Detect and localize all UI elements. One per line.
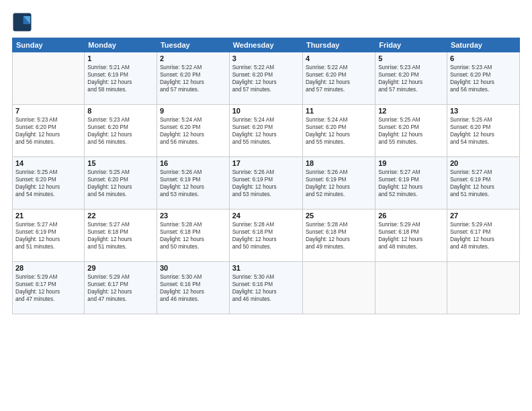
- day-number: 21: [15, 212, 81, 220]
- weekday-header: Wednesday: [229, 38, 302, 52]
- calendar-cell: 3Sunrise: 5:22 AM Sunset: 6:20 PM Daylig…: [229, 52, 302, 105]
- calendar-cell: 19Sunrise: 5:27 AM Sunset: 6:19 PM Dayli…: [375, 157, 447, 210]
- calendar-cell: 6Sunrise: 5:23 AM Sunset: 6:20 PM Daylig…: [447, 52, 519, 105]
- weekday-header: Monday: [85, 38, 157, 52]
- day-number: 2: [160, 54, 226, 62]
- calendar-cell: 12Sunrise: 5:25 AM Sunset: 6:20 PM Dayli…: [375, 105, 447, 157]
- day-info: Sunrise: 5:22 AM Sunset: 6:20 PM Dayligh…: [306, 64, 372, 93]
- day-info: Sunrise: 5:28 AM Sunset: 6:18 PM Dayligh…: [232, 221, 300, 250]
- calendar-cell: 15Sunrise: 5:25 AM Sunset: 6:20 PM Dayli…: [85, 157, 157, 210]
- calendar-cell: 25Sunrise: 5:28 AM Sunset: 6:18 PM Dayli…: [302, 210, 375, 262]
- day-info: Sunrise: 5:29 AM Sunset: 6:17 PM Dayligh…: [15, 273, 81, 303]
- day-info: Sunrise: 5:23 AM Sunset: 6:20 PM Dayligh…: [87, 116, 154, 146]
- day-number: 1: [87, 54, 154, 62]
- day-number: 14: [15, 159, 81, 167]
- calendar-cell: [302, 262, 375, 314]
- day-info: Sunrise: 5:22 AM Sunset: 6:20 PM Dayligh…: [232, 64, 300, 93]
- day-info: Sunrise: 5:23 AM Sunset: 6:20 PM Dayligh…: [15, 116, 81, 146]
- day-number: 8: [87, 107, 154, 115]
- day-info: Sunrise: 5:27 AM Sunset: 6:18 PM Dayligh…: [87, 221, 154, 250]
- weekday-header: Tuesday: [157, 38, 229, 52]
- day-number: 7: [15, 107, 81, 115]
- day-number: 23: [160, 212, 226, 220]
- weekday-header: Friday: [375, 38, 447, 52]
- calendar-cell: 31Sunrise: 5:30 AM Sunset: 6:16 PM Dayli…: [229, 262, 302, 314]
- calendar-cell: 7Sunrise: 5:23 AM Sunset: 6:20 PM Daylig…: [13, 105, 85, 157]
- day-info: Sunrise: 5:27 AM Sunset: 6:19 PM Dayligh…: [378, 169, 444, 198]
- calendar-cell: 10Sunrise: 5:24 AM Sunset: 6:20 PM Dayli…: [229, 105, 302, 157]
- calendar-cell: 13Sunrise: 5:25 AM Sunset: 6:20 PM Dayli…: [447, 105, 519, 157]
- calendar-week-row: 21Sunrise: 5:27 AM Sunset: 6:19 PM Dayli…: [13, 210, 520, 262]
- day-number: 25: [306, 212, 372, 220]
- day-info: Sunrise: 5:26 AM Sunset: 6:19 PM Dayligh…: [160, 169, 226, 198]
- day-info: Sunrise: 5:27 AM Sunset: 6:19 PM Dayligh…: [15, 221, 81, 250]
- day-number: 6: [450, 54, 517, 62]
- calendar-cell: 14Sunrise: 5:25 AM Sunset: 6:20 PM Dayli…: [13, 157, 85, 210]
- day-info: Sunrise: 5:29 AM Sunset: 6:17 PM Dayligh…: [87, 273, 154, 303]
- calendar-cell: 2Sunrise: 5:22 AM Sunset: 6:20 PM Daylig…: [157, 52, 229, 105]
- calendar-week-row: 7Sunrise: 5:23 AM Sunset: 6:20 PM Daylig…: [13, 105, 520, 157]
- calendar-cell: [375, 262, 447, 314]
- day-number: 15: [87, 159, 154, 167]
- calendar-table: SundayMondayTuesdayWednesdayThursdayFrid…: [12, 38, 520, 314]
- calendar-cell: 27Sunrise: 5:29 AM Sunset: 6:17 PM Dayli…: [447, 210, 519, 262]
- day-number: 9: [160, 107, 226, 115]
- day-info: Sunrise: 5:28 AM Sunset: 6:18 PM Dayligh…: [160, 221, 226, 250]
- day-number: 12: [378, 107, 444, 115]
- calendar-cell: 30Sunrise: 5:30 AM Sunset: 6:16 PM Dayli…: [157, 262, 229, 314]
- calendar-cell: 16Sunrise: 5:26 AM Sunset: 6:19 PM Dayli…: [157, 157, 229, 210]
- day-info: Sunrise: 5:24 AM Sunset: 6:20 PM Dayligh…: [306, 116, 372, 146]
- day-number: 3: [232, 54, 300, 62]
- day-info: Sunrise: 5:30 AM Sunset: 6:16 PM Dayligh…: [232, 273, 300, 303]
- calendar-cell: 22Sunrise: 5:27 AM Sunset: 6:18 PM Dayli…: [85, 210, 157, 262]
- weekday-header: Thursday: [302, 38, 375, 52]
- day-info: Sunrise: 5:23 AM Sunset: 6:20 PM Dayligh…: [450, 64, 517, 93]
- day-number: 17: [232, 159, 300, 167]
- day-info: Sunrise: 5:25 AM Sunset: 6:20 PM Dayligh…: [15, 169, 81, 198]
- day-info: Sunrise: 5:23 AM Sunset: 6:20 PM Dayligh…: [378, 64, 444, 93]
- day-info: Sunrise: 5:21 AM Sunset: 6:19 PM Dayligh…: [87, 64, 154, 93]
- weekday-header: Saturday: [447, 38, 519, 52]
- day-number: 20: [450, 159, 517, 167]
- weekday-header: Sunday: [13, 38, 85, 52]
- day-info: Sunrise: 5:25 AM Sunset: 6:20 PM Dayligh…: [450, 116, 517, 146]
- day-number: 11: [306, 107, 372, 115]
- day-number: 10: [232, 107, 300, 115]
- day-number: 31: [232, 264, 300, 272]
- calendar-cell: 5Sunrise: 5:23 AM Sunset: 6:20 PM Daylig…: [375, 52, 447, 105]
- day-info: Sunrise: 5:26 AM Sunset: 6:19 PM Dayligh…: [232, 169, 300, 198]
- calendar-cell: 8Sunrise: 5:23 AM Sunset: 6:20 PM Daylig…: [85, 105, 157, 157]
- day-info: Sunrise: 5:29 AM Sunset: 6:17 PM Dayligh…: [450, 221, 517, 250]
- day-number: 30: [160, 264, 226, 272]
- logo: [12, 12, 35, 32]
- calendar-cell: 17Sunrise: 5:26 AM Sunset: 6:19 PM Dayli…: [229, 157, 302, 210]
- day-number: 29: [87, 264, 154, 272]
- calendar-week-row: 1Sunrise: 5:21 AM Sunset: 6:19 PM Daylig…: [13, 52, 520, 105]
- day-number: 5: [378, 54, 444, 62]
- calendar-cell: 26Sunrise: 5:29 AM Sunset: 6:18 PM Dayli…: [375, 210, 447, 262]
- weekday-header-row: SundayMondayTuesdayWednesdayThursdayFrid…: [13, 38, 520, 52]
- day-number: 28: [15, 264, 81, 272]
- calendar-cell: 20Sunrise: 5:27 AM Sunset: 6:19 PM Dayli…: [447, 157, 519, 210]
- day-info: Sunrise: 5:29 AM Sunset: 6:18 PM Dayligh…: [378, 221, 444, 250]
- day-number: 24: [232, 212, 300, 220]
- day-info: Sunrise: 5:22 AM Sunset: 6:20 PM Dayligh…: [160, 64, 226, 93]
- day-info: Sunrise: 5:28 AM Sunset: 6:18 PM Dayligh…: [306, 221, 372, 250]
- calendar-cell: 18Sunrise: 5:26 AM Sunset: 6:19 PM Dayli…: [302, 157, 375, 210]
- day-number: 18: [306, 159, 372, 167]
- calendar-cell: 1Sunrise: 5:21 AM Sunset: 6:19 PM Daylig…: [85, 52, 157, 105]
- day-info: Sunrise: 5:26 AM Sunset: 6:19 PM Dayligh…: [306, 169, 372, 198]
- calendar-cell: 23Sunrise: 5:28 AM Sunset: 6:18 PM Dayli…: [157, 210, 229, 262]
- day-number: 16: [160, 159, 226, 167]
- calendar-cell: 9Sunrise: 5:24 AM Sunset: 6:20 PM Daylig…: [157, 105, 229, 157]
- day-number: 26: [378, 212, 444, 220]
- calendar-cell: [13, 52, 85, 105]
- day-info: Sunrise: 5:30 AM Sunset: 6:16 PM Dayligh…: [160, 273, 226, 303]
- calendar-cell: 21Sunrise: 5:27 AM Sunset: 6:19 PM Dayli…: [13, 210, 85, 262]
- day-number: 4: [306, 54, 372, 62]
- day-info: Sunrise: 5:25 AM Sunset: 6:20 PM Dayligh…: [87, 169, 154, 198]
- logo-icon: [12, 12, 32, 32]
- calendar-cell: [447, 262, 519, 314]
- day-number: 13: [450, 107, 517, 115]
- day-number: 22: [87, 212, 154, 220]
